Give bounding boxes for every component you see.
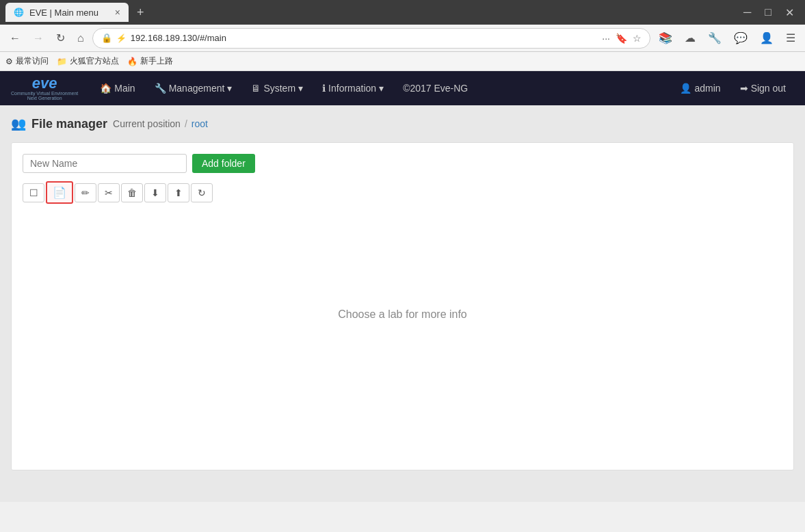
window-controls: ─ □ ✕ [738, 5, 800, 21]
tab-title: EVE | Main menu [29, 8, 98, 18]
fire-icon: 🔥 [127, 57, 137, 66]
bookmark-firefox[interactable]: 📁 火狐官方站点 [57, 55, 119, 67]
address-icons: ··· 🔖 ☆ [602, 33, 642, 44]
maximize-button[interactable]: □ [759, 5, 777, 21]
minimize-button[interactable]: ─ [738, 5, 756, 21]
app-navbar: eve Community Virtual EnvironmentNext Ge… [0, 71, 805, 105]
scissors-icon: ✂ [105, 187, 113, 198]
tab-close-button[interactable]: × [115, 7, 120, 18]
nav-management-label: Management [169, 83, 225, 94]
nav-main-label: Main [114, 83, 135, 94]
sync-button[interactable]: ☁ [681, 30, 700, 46]
pocket-icon[interactable]: 🔖 [616, 33, 627, 44]
menu-button[interactable]: ☰ [782, 30, 800, 46]
monitor-icon: 🖥 [251, 83, 261, 94]
brand-logo: eve Community Virtual EnvironmentNext Ge… [11, 76, 78, 101]
edit-button[interactable]: ✏ [75, 183, 96, 202]
bookmark-label: 新手上路 [140, 55, 173, 67]
browser-titlebar: 🌐 EVE | Main menu × + ─ □ ✕ [0, 0, 805, 25]
firefox-icon: 📁 [57, 57, 67, 66]
empty-state: Choose a lab for more info [23, 212, 782, 417]
bookmark-label: 火狐官方站点 [70, 55, 119, 67]
page-title-text: File manager [31, 117, 107, 131]
breadcrumb-current-label: Current position [113, 118, 181, 129]
copyright-text: ©2017 Eve-NG [395, 77, 476, 99]
browser-chrome: 🌐 EVE | Main menu × + ─ □ ✕ ← → ↻ ⌂ 🔒 ⚡ … [0, 0, 805, 71]
forward-button[interactable]: → [29, 31, 48, 46]
new-name-input[interactable] [23, 154, 187, 173]
page-title: 👥 File manager [11, 116, 107, 131]
refresh-files-button[interactable]: ↻ [191, 183, 213, 202]
refresh-button[interactable]: ↻ [52, 30, 69, 46]
brand-name: eve [32, 76, 57, 91]
nav-system-label: System [263, 83, 295, 94]
add-folder-button[interactable]: Add folder [192, 154, 255, 173]
dropdown-arrow-icon: ▾ [227, 83, 232, 94]
nav-system[interactable]: 🖥 System ▾ [243, 77, 311, 99]
export-button[interactable]: ⬆ [168, 183, 189, 202]
gear-icon: ⚙ [5, 57, 13, 66]
bookmark-label: 最常访问 [16, 55, 49, 67]
bookmark-frequent[interactable]: ⚙ 最常访问 [5, 55, 49, 67]
home-icon: 🏠 [100, 83, 111, 94]
chat-button[interactable]: 💬 [730, 30, 752, 46]
import-button[interactable]: ⬇ [144, 183, 166, 202]
file-manager-panel: Add folder ☐ 📄 ✏ ✂ 🗑 [11, 142, 794, 470]
signout-label: Sign out [751, 83, 786, 94]
close-button[interactable]: ✕ [780, 5, 800, 21]
empty-state-message: Choose a lab for more info [338, 308, 467, 321]
more-options-icon[interactable]: ··· [602, 33, 610, 44]
download-icon: ⬇ [151, 187, 159, 198]
checkbox-icon: ☐ [29, 187, 38, 198]
back-button[interactable]: ← [5, 31, 25, 46]
bookmark-newuser[interactable]: 🔥 新手上路 [127, 55, 173, 67]
new-file-button[interactable]: 📄 [46, 181, 73, 204]
info-icon: ℹ [322, 83, 326, 94]
bookmarks-bar: ⚙ 最常访问 📁 火狐官方站点 🔥 新手上路 [0, 52, 805, 71]
fm-toolbar-actions: ☐ 📄 ✏ ✂ 🗑 ⬇ ⬆ [23, 181, 782, 204]
trash-icon: 🗑 [127, 187, 137, 198]
signout-icon: ➡ [740, 83, 748, 94]
filemanager-icon: 👥 [11, 116, 26, 131]
nav-information-label: Information [328, 83, 376, 94]
account-button[interactable]: 👤 [756, 30, 778, 46]
breadcrumb-separator: / [185, 118, 187, 129]
username-label: admin [694, 83, 720, 94]
address-bar[interactable]: 🔒 ⚡ 192.168.189.130/#/main ··· 🔖 ☆ [92, 28, 650, 49]
page-header: 👥 File manager Current position / root [11, 116, 794, 131]
breadcrumb-root-link[interactable]: root [192, 118, 208, 129]
browser-tab[interactable]: 🌐 EVE | Main menu × [5, 3, 129, 22]
wrench-icon: 🔧 [155, 83, 166, 94]
nav-information[interactable]: ℹ Information ▾ [314, 77, 392, 99]
breadcrumb: Current position / root [113, 118, 208, 129]
user-menu[interactable]: 👤 admin [672, 77, 728, 99]
fm-toolbar-top: Add folder [23, 154, 782, 173]
pencil-icon: ✏ [81, 187, 90, 198]
refresh-icon: ↻ [198, 187, 206, 198]
new-tab-button[interactable]: + [134, 5, 147, 20]
user-icon: 👤 [680, 83, 691, 94]
page-content: 👥 File manager Current position / root A… [0, 105, 805, 502]
nav-management[interactable]: 🔧 Management ▾ [146, 77, 241, 99]
upload-icon: ⬆ [174, 187, 183, 198]
home-button[interactable]: ⌂ [73, 31, 88, 46]
nav-main[interactable]: 🏠 Main [92, 77, 143, 99]
signout-button[interactable]: ➡ Sign out [732, 77, 794, 99]
tools-button[interactable]: 🔧 [704, 30, 726, 46]
bookmarks-button[interactable]: 📚 [655, 30, 676, 46]
address-text: 192.168.189.130/#/main [131, 33, 598, 43]
delete-button[interactable]: 🗑 [121, 183, 143, 202]
dropdown-arrow-icon: ▾ [379, 83, 384, 94]
brand-subtitle: Community Virtual EnvironmentNext Genera… [11, 91, 78, 101]
dropdown-arrow-icon: ▾ [298, 83, 303, 94]
browser-controls: ← → ↻ ⌂ 🔒 ⚡ 192.168.189.130/#/main ··· 🔖… [0, 25, 805, 52]
select-all-checkbox[interactable]: ☐ [23, 183, 44, 202]
file-icon: 📄 [53, 186, 66, 199]
bookmark-icon[interactable]: ☆ [633, 33, 642, 44]
cut-button[interactable]: ✂ [98, 183, 120, 202]
